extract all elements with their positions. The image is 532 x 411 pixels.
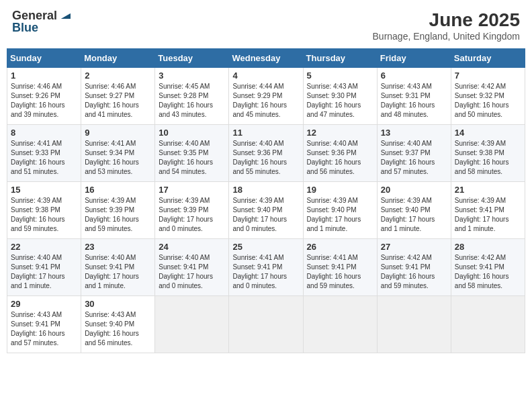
day-info: Sunrise: 4:41 AM Sunset: 9:33 PM Dayligh… (11, 139, 77, 177)
calendar-cell: 25Sunrise: 4:41 AM Sunset: 9:41 PM Dayli… (229, 239, 303, 296)
day-number: 28 (455, 242, 521, 252)
day-number: 21 (455, 185, 521, 195)
day-number: 14 (455, 128, 521, 138)
logo-general-text: General (12, 9, 57, 21)
week-row-1: 1Sunrise: 4:46 AM Sunset: 9:26 PM Daylig… (7, 68, 525, 125)
day-number: 13 (381, 128, 447, 138)
calendar-cell: 22Sunrise: 4:40 AM Sunset: 9:41 PM Dayli… (7, 239, 81, 296)
calendar-cell: 27Sunrise: 4:42 AM Sunset: 9:41 PM Dayli… (377, 239, 451, 296)
day-info: Sunrise: 4:39 AM Sunset: 9:40 PM Dayligh… (307, 196, 373, 234)
day-info: Sunrise: 4:40 AM Sunset: 9:41 PM Dayligh… (159, 253, 225, 291)
day-number: 29 (11, 299, 77, 309)
day-info: Sunrise: 4:40 AM Sunset: 9:36 PM Dayligh… (307, 139, 373, 177)
calendar-cell: 5Sunrise: 4:43 AM Sunset: 9:30 PM Daylig… (303, 68, 377, 125)
day-number: 27 (381, 242, 447, 252)
calendar-cell: 18Sunrise: 4:39 AM Sunset: 9:40 PM Dayli… (229, 182, 303, 239)
calendar-cell: 8Sunrise: 4:41 AM Sunset: 9:33 PM Daylig… (7, 125, 81, 182)
day-number: 20 (381, 185, 447, 195)
logo-blue-text: Blue (12, 21, 38, 34)
calendar-header-row: Sunday Monday Tuesday Wednesday Thursday… (7, 49, 525, 68)
calendar-cell: 28Sunrise: 4:42 AM Sunset: 9:41 PM Dayli… (451, 239, 525, 296)
page-header: General Blue June 2025 Burnage, England,… (7, 7, 525, 44)
title-section: June 2025 Burnage, England, United Kingd… (373, 9, 520, 42)
day-info: Sunrise: 4:42 AM Sunset: 9:41 PM Dayligh… (455, 253, 521, 291)
calendar-cell: 3Sunrise: 4:45 AM Sunset: 9:28 PM Daylig… (155, 68, 229, 125)
calendar-cell: 21Sunrise: 4:39 AM Sunset: 9:41 PM Dayli… (451, 182, 525, 239)
day-info: Sunrise: 4:41 AM Sunset: 9:41 PM Dayligh… (232, 253, 299, 291)
calendar-cell: 19Sunrise: 4:39 AM Sunset: 9:40 PM Dayli… (303, 182, 377, 239)
day-info: Sunrise: 4:40 AM Sunset: 9:41 PM Dayligh… (11, 253, 77, 291)
col-monday: Monday (81, 49, 155, 68)
day-number: 24 (159, 242, 225, 252)
day-info: Sunrise: 4:44 AM Sunset: 9:29 PM Dayligh… (232, 82, 299, 120)
calendar-table: Sunday Monday Tuesday Wednesday Thursday… (7, 48, 525, 353)
day-number: 7 (455, 71, 521, 81)
day-info: Sunrise: 4:39 AM Sunset: 9:38 PM Dayligh… (11, 196, 77, 234)
calendar-cell: 10Sunrise: 4:40 AM Sunset: 9:35 PM Dayli… (155, 125, 229, 182)
calendar-cell: 15Sunrise: 4:39 AM Sunset: 9:38 PM Dayli… (7, 182, 81, 239)
col-wednesday: Wednesday (229, 49, 303, 68)
col-friday: Friday (377, 49, 451, 68)
day-info: Sunrise: 4:42 AM Sunset: 9:41 PM Dayligh… (381, 253, 447, 291)
calendar-cell: 24Sunrise: 4:40 AM Sunset: 9:41 PM Dayli… (155, 239, 229, 296)
day-info: Sunrise: 4:46 AM Sunset: 9:26 PM Dayligh… (11, 82, 77, 120)
calendar-cell: 9Sunrise: 4:41 AM Sunset: 9:34 PM Daylig… (81, 125, 155, 182)
col-tuesday: Tuesday (155, 49, 229, 68)
day-number: 19 (307, 185, 373, 195)
calendar-cell: 30Sunrise: 4:43 AM Sunset: 9:40 PM Dayli… (81, 296, 155, 353)
day-number: 6 (381, 71, 447, 81)
location-title: Burnage, England, United Kingdom (373, 31, 520, 42)
logo: General Blue (12, 9, 73, 34)
day-number: 4 (232, 71, 299, 81)
day-number: 17 (159, 185, 225, 195)
day-info: Sunrise: 4:41 AM Sunset: 9:41 PM Dayligh… (307, 253, 373, 291)
col-thursday: Thursday (303, 49, 377, 68)
day-number: 15 (11, 185, 77, 195)
day-info: Sunrise: 4:45 AM Sunset: 9:28 PM Dayligh… (159, 82, 225, 120)
day-info: Sunrise: 4:41 AM Sunset: 9:34 PM Dayligh… (85, 139, 151, 177)
calendar-cell: 23Sunrise: 4:40 AM Sunset: 9:41 PM Dayli… (81, 239, 155, 296)
day-number: 9 (85, 128, 151, 138)
col-saturday: Saturday (451, 49, 525, 68)
calendar-cell (155, 296, 229, 353)
day-number: 23 (85, 242, 151, 252)
calendar-cell: 6Sunrise: 4:43 AM Sunset: 9:31 PM Daylig… (377, 68, 451, 125)
day-info: Sunrise: 4:39 AM Sunset: 9:40 PM Dayligh… (381, 196, 447, 234)
week-row-2: 8Sunrise: 4:41 AM Sunset: 9:33 PM Daylig… (7, 125, 525, 182)
calendar-cell: 16Sunrise: 4:39 AM Sunset: 9:39 PM Dayli… (81, 182, 155, 239)
logo-icon (58, 7, 73, 21)
week-row-3: 15Sunrise: 4:39 AM Sunset: 9:38 PM Dayli… (7, 182, 525, 239)
day-number: 26 (307, 242, 373, 252)
col-sunday: Sunday (7, 49, 81, 68)
calendar-cell (451, 296, 525, 353)
calendar-cell: 26Sunrise: 4:41 AM Sunset: 9:41 PM Dayli… (303, 239, 377, 296)
day-info: Sunrise: 4:42 AM Sunset: 9:32 PM Dayligh… (455, 82, 521, 120)
calendar-cell: 14Sunrise: 4:39 AM Sunset: 9:38 PM Dayli… (451, 125, 525, 182)
day-info: Sunrise: 4:43 AM Sunset: 9:40 PM Dayligh… (85, 310, 151, 348)
day-number: 16 (85, 185, 151, 195)
calendar-cell: 11Sunrise: 4:40 AM Sunset: 9:36 PM Dayli… (229, 125, 303, 182)
day-info: Sunrise: 4:40 AM Sunset: 9:37 PM Dayligh… (381, 139, 447, 177)
day-info: Sunrise: 4:46 AM Sunset: 9:27 PM Dayligh… (85, 82, 151, 120)
calendar-cell: 20Sunrise: 4:39 AM Sunset: 9:40 PM Dayli… (377, 182, 451, 239)
day-number: 22 (11, 242, 77, 252)
week-row-4: 22Sunrise: 4:40 AM Sunset: 9:41 PM Dayli… (7, 239, 525, 296)
calendar-cell (377, 296, 451, 353)
day-number: 12 (307, 128, 373, 138)
calendar-cell: 4Sunrise: 4:44 AM Sunset: 9:29 PM Daylig… (229, 68, 303, 125)
day-number: 8 (11, 128, 77, 138)
calendar-cell: 13Sunrise: 4:40 AM Sunset: 9:37 PM Dayli… (377, 125, 451, 182)
month-title: June 2025 (373, 9, 520, 31)
day-info: Sunrise: 4:39 AM Sunset: 9:41 PM Dayligh… (455, 196, 521, 234)
day-number: 1 (11, 71, 77, 81)
calendar-cell: 17Sunrise: 4:39 AM Sunset: 9:39 PM Dayli… (155, 182, 229, 239)
day-number: 30 (85, 299, 151, 309)
day-info: Sunrise: 4:39 AM Sunset: 9:39 PM Dayligh… (85, 196, 151, 234)
day-info: Sunrise: 4:40 AM Sunset: 9:36 PM Dayligh… (232, 139, 299, 177)
calendar-cell: 12Sunrise: 4:40 AM Sunset: 9:36 PM Dayli… (303, 125, 377, 182)
calendar-cell (229, 296, 303, 353)
day-info: Sunrise: 4:40 AM Sunset: 9:35 PM Dayligh… (159, 139, 225, 177)
day-number: 10 (159, 128, 225, 138)
day-info: Sunrise: 4:39 AM Sunset: 9:40 PM Dayligh… (232, 196, 299, 234)
day-number: 11 (232, 128, 299, 138)
